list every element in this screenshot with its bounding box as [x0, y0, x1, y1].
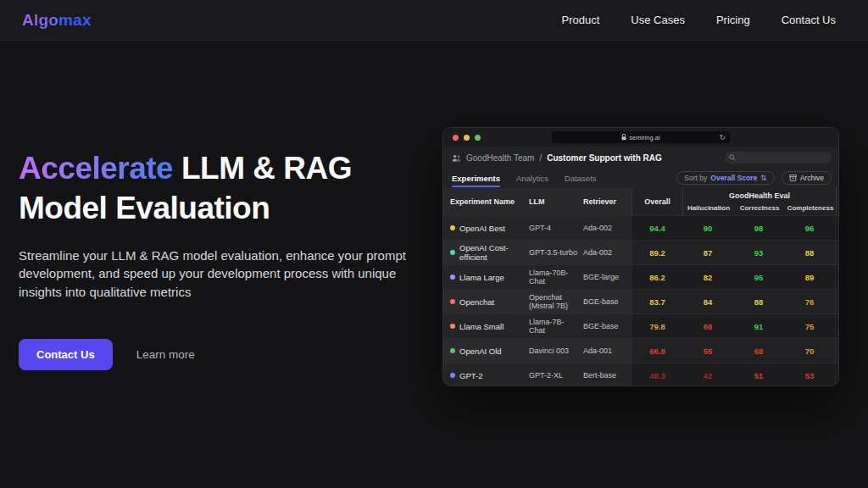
- search-input[interactable]: [738, 152, 823, 163]
- breadcrumb-project[interactable]: Customer Support with RAG: [547, 153, 662, 163]
- hallucination-score: 68: [704, 322, 713, 331]
- completeness-score: 53: [805, 371, 815, 380]
- table-row[interactable]: OpenAI Old Davinci 003 Ada-001 66.8 55 6…: [443, 338, 838, 363]
- column-header-retriever[interactable]: Retriever: [583, 187, 632, 215]
- app-window: semiring.ai ↻ GoodHealth Team / Customer…: [442, 127, 839, 386]
- retriever-value: BGE-large: [583, 273, 622, 281]
- table-row[interactable]: Llama Large Llama-70B-Chat BGE-large 86.…: [443, 264, 838, 289]
- tab-datasets[interactable]: Datasets: [565, 169, 597, 187]
- experiment-name: Llama Small: [459, 322, 504, 331]
- experiment-name: OpenAI Cost-efficient: [459, 243, 529, 262]
- breadcrumb-team[interactable]: GoodHealth Team: [466, 153, 534, 163]
- llm-value: Llama-70B-Chat: [529, 269, 583, 286]
- nav-links: Product Use Cases Pricing Contact Us: [562, 14, 836, 26]
- archive-icon: [789, 175, 797, 181]
- correctness-score: 91: [754, 322, 764, 331]
- correctness-score: 68: [754, 347, 764, 356]
- group-header-title: GoodHealth Eval: [683, 187, 836, 200]
- logo-part-max: max: [58, 11, 92, 29]
- experiment-color-dot: [450, 348, 455, 353]
- archive-button[interactable]: Archive: [782, 171, 832, 185]
- nav-link-use-cases[interactable]: Use Cases: [631, 14, 685, 26]
- nav-link-product[interactable]: Product: [562, 14, 600, 26]
- tab-experiments[interactable]: Experiments: [452, 169, 500, 187]
- hallucination-score: 90: [704, 224, 713, 233]
- overall-score: 86.2: [649, 273, 665, 282]
- nav-link-contact-us[interactable]: Contact Us: [782, 14, 836, 26]
- experiment-name: GPT-2: [459, 371, 482, 380]
- llm-value: Openchat (Mistral 7B): [529, 293, 583, 311]
- tabs-bar: Experiments Analytics Datasets Sort by O…: [443, 169, 838, 187]
- column-group-goodhealth-eval: GoodHealth Eval Hallucination Correctnes…: [682, 187, 836, 215]
- breadcrumb-separator: /: [539, 153, 542, 163]
- completeness-score: 88: [805, 248, 815, 258]
- column-header-experiment-name[interactable]: Experiment Name: [443, 187, 529, 215]
- retriever-value: BGE-base: [583, 322, 622, 330]
- llm-value: Llama-7B-Chat: [529, 318, 583, 336]
- hero-cta-group: Contact Us Learn more: [19, 339, 195, 370]
- tab-analytics[interactable]: Analytics: [516, 169, 548, 187]
- learn-more-link[interactable]: Learn more: [136, 348, 195, 361]
- overall-score: 66.8: [649, 347, 665, 356]
- hallucination-score: 42: [704, 371, 713, 380]
- column-header-overall[interactable]: Overall: [632, 187, 682, 215]
- table-row[interactable]: Openchat Openchat (Mistral 7B) BGE-base …: [443, 289, 838, 313]
- minimize-window-button[interactable]: [464, 135, 470, 141]
- logo[interactable]: Algomax: [22, 11, 92, 30]
- llm-value: Davinci 003: [529, 347, 572, 355]
- overall-score: 89.2: [649, 248, 665, 258]
- column-header-completeness[interactable]: Completeness: [785, 200, 836, 215]
- hallucination-score: 87: [704, 248, 713, 258]
- nav-link-pricing[interactable]: Pricing: [716, 14, 750, 26]
- hero-title-highlight: Accelerate: [19, 151, 173, 186]
- table-row[interactable]: GPT-2 GPT-2-XL Bert-base 48.3 42 51 53: [443, 363, 838, 386]
- team-icon: [452, 154, 461, 162]
- experiment-color-dot: [450, 250, 455, 255]
- maximize-window-button[interactable]: [475, 135, 481, 141]
- search-icon: [729, 154, 736, 161]
- sort-by-label: Sort by: [684, 174, 707, 182]
- sort-direction-icon: ⇅: [760, 174, 767, 182]
- column-header-hallucination[interactable]: Hallucination: [683, 200, 734, 215]
- hallucination-score: 82: [704, 273, 713, 282]
- logo-part-algo: Algo: [22, 11, 58, 29]
- hallucination-score: 84: [704, 297, 713, 307]
- search-box[interactable]: [725, 152, 832, 164]
- experiment-name: Openchat: [459, 297, 494, 307]
- completeness-score: 70: [805, 347, 815, 356]
- experiment-color-dot: [450, 225, 455, 230]
- address-bar[interactable]: semiring.ai ↻: [552, 131, 730, 143]
- column-header-llm[interactable]: LLM: [529, 187, 583, 215]
- experiment-color-dot: [450, 324, 455, 329]
- completeness-score: 76: [805, 297, 815, 307]
- correctness-score: 98: [754, 224, 764, 233]
- breadcrumb: GoodHealth Team / Customer Support with …: [443, 147, 838, 169]
- experiment-color-dot: [450, 274, 455, 280]
- column-header-correctness[interactable]: Correctness: [734, 200, 785, 215]
- top-navigation: Algomax Product Use Cases Pricing Contac…: [0, 0, 868, 41]
- table-row[interactable]: OpenAI Cost-efficient GPT-3.5-turbo Ada-…: [443, 240, 838, 264]
- experiment-name: OpenAI Old: [459, 347, 502, 356]
- archive-label: Archive: [800, 174, 824, 182]
- lock-icon: [621, 134, 626, 141]
- correctness-score: 51: [754, 371, 764, 380]
- table-row[interactable]: Llama Small Llama-7B-Chat BGE-base 79.8 …: [443, 313, 838, 338]
- retriever-value: BGE-base: [583, 297, 622, 306]
- table-header: Experiment Name LLM Retriever Overall Go…: [443, 187, 838, 215]
- overall-score: 83.7: [649, 297, 665, 307]
- llm-value: GPT-3.5-turbo: [529, 248, 581, 257]
- contact-us-button[interactable]: Contact Us: [19, 339, 113, 370]
- retriever-value: Ada-002: [583, 248, 615, 257]
- hallucination-score: 55: [704, 347, 713, 356]
- sort-by-dropdown[interactable]: Sort by Overall Score ⇅: [676, 171, 774, 185]
- table-body: OpenAI Best GPT-4 Ada-002 94.4 90 98 96 …: [443, 215, 838, 386]
- close-window-button[interactable]: [453, 135, 459, 141]
- completeness-score: 89: [805, 273, 815, 282]
- correctness-score: 93: [754, 248, 764, 258]
- window-titlebar: semiring.ai ↻: [443, 128, 838, 147]
- reload-icon[interactable]: ↻: [719, 131, 726, 143]
- hero-title: Accelerate LLM & RAG Model Evaluation: [19, 149, 400, 228]
- retriever-value: Ada-001: [583, 347, 615, 355]
- overall-score: 48.3: [649, 371, 665, 380]
- table-row[interactable]: OpenAI Best GPT-4 Ada-002 94.4 90 98 96: [443, 215, 838, 240]
